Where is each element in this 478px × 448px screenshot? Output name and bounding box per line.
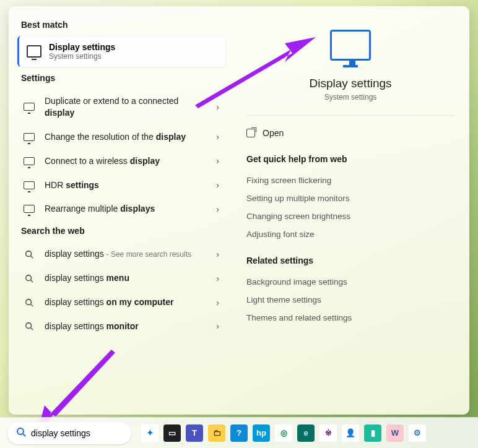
monitor-icon bbox=[27, 45, 41, 58]
chrome-icon[interactable]: ◎ bbox=[275, 424, 292, 442]
item-label: display settings on my computer bbox=[45, 296, 209, 308]
item-label: Connect to a wireless display bbox=[45, 155, 209, 167]
open-action[interactable]: Open bbox=[246, 124, 454, 142]
item-label: display settings menu bbox=[45, 272, 209, 284]
search-panel: Best match Display settings System setti… bbox=[9, 6, 469, 415]
item-label: Duplicate or extend to a connected displ… bbox=[45, 95, 209, 119]
preview-column: Display settings System settings Open Ge… bbox=[232, 6, 469, 415]
divider bbox=[246, 115, 454, 116]
web-list-item[interactable]: display settings menu› bbox=[17, 266, 225, 290]
svg-line-9 bbox=[23, 434, 25, 436]
edge-icon[interactable]: e bbox=[297, 424, 315, 442]
settings-icon[interactable]: ⚙ bbox=[409, 424, 426, 442]
search-input[interactable] bbox=[31, 428, 118, 438]
svg-line-5 bbox=[31, 304, 33, 306]
svg-line-1 bbox=[31, 256, 33, 258]
explorer-icon[interactable]: 🗀 bbox=[208, 424, 225, 442]
chevron-right-icon: › bbox=[216, 156, 219, 166]
best-match-title: Display settings bbox=[49, 42, 115, 52]
monitor-icon bbox=[21, 133, 37, 141]
related-link[interactable]: Background image settings bbox=[246, 273, 454, 291]
word-icon[interactable]: W bbox=[386, 424, 404, 442]
open-label: Open bbox=[263, 128, 284, 138]
monitor-icon bbox=[21, 157, 37, 165]
copilot-icon[interactable]: ✦ bbox=[141, 424, 159, 442]
help-icon[interactable]: ? bbox=[230, 424, 248, 442]
settings-list-item[interactable]: Change the resolution of the display› bbox=[17, 125, 225, 149]
chevron-right-icon: › bbox=[216, 321, 219, 331]
chevron-right-icon: › bbox=[216, 180, 219, 190]
related-header: Related settings bbox=[246, 256, 454, 265]
settings-list: Duplicate or extend to a connected displ… bbox=[17, 89, 225, 221]
svg-point-0 bbox=[26, 251, 32, 257]
taskbar-search[interactable] bbox=[7, 422, 131, 444]
search-icon bbox=[21, 250, 37, 259]
teams-icon[interactable]: T bbox=[186, 424, 203, 442]
settings-header: Settings bbox=[21, 73, 222, 83]
quick-help-link[interactable]: Fixing screen flickering bbox=[246, 171, 454, 189]
chevron-right-icon: › bbox=[216, 204, 219, 214]
search-icon bbox=[21, 322, 37, 330]
task-view-icon[interactable]: ▭ bbox=[163, 424, 181, 442]
taskbar: ✦▭T🗀?hp◎e※👤▮W⚙ bbox=[0, 417, 478, 448]
settings-list-item[interactable]: Connect to a wireless display› bbox=[17, 149, 225, 173]
search-icon bbox=[16, 427, 26, 439]
best-match-result[interactable]: Display settings System settings bbox=[17, 36, 225, 67]
app-icon-1[interactable]: 👤 bbox=[342, 424, 359, 442]
quick-help-link[interactable]: Changing screen brightness bbox=[246, 207, 454, 225]
monitor-icon bbox=[21, 181, 37, 189]
search-icon bbox=[21, 274, 37, 283]
chevron-right-icon: › bbox=[216, 249, 219, 259]
app-icon-2[interactable]: ▮ bbox=[364, 424, 381, 442]
svg-line-3 bbox=[31, 280, 33, 282]
quick-help-list: Fixing screen flickeringSetting up multi… bbox=[246, 171, 454, 243]
taskbar-icons: ✦▭T🗀?hp◎e※👤▮W⚙ bbox=[141, 424, 426, 442]
settings-list-item[interactable]: HDR settings› bbox=[17, 173, 225, 197]
svg-point-2 bbox=[26, 275, 32, 280]
item-label: Rearrange multiple displays bbox=[45, 203, 209, 215]
preview-hero: Display settings System settings bbox=[246, 19, 454, 101]
chevron-right-icon: › bbox=[216, 274, 219, 283]
web-list-item[interactable]: display settings - See more search resul… bbox=[17, 242, 225, 266]
item-label: Change the resolution of the display bbox=[45, 131, 209, 143]
item-label: display settings - See more search resul… bbox=[45, 248, 209, 260]
hp-icon[interactable]: hp bbox=[253, 424, 270, 442]
monitor-icon bbox=[21, 205, 37, 213]
web-list: display settings - See more search resul… bbox=[17, 242, 225, 338]
related-link[interactable]: Themes and related settings bbox=[246, 309, 454, 327]
item-label: display settings monitor bbox=[45, 321, 209, 332]
best-match-subtitle: System settings bbox=[49, 52, 115, 61]
search-web-header: Search the web bbox=[21, 226, 222, 236]
item-label: HDR settings bbox=[45, 179, 209, 191]
svg-point-8 bbox=[17, 428, 24, 434]
monitor-icon bbox=[21, 103, 37, 111]
slack-icon[interactable]: ※ bbox=[319, 424, 337, 442]
web-list-item[interactable]: display settings on my computer› bbox=[17, 290, 225, 314]
chevron-right-icon: › bbox=[216, 132, 219, 142]
svg-line-7 bbox=[31, 328, 33, 330]
settings-list-item[interactable]: Duplicate or extend to a connected displ… bbox=[17, 89, 225, 125]
monitor-icon-large bbox=[330, 30, 371, 61]
related-link[interactable]: Light theme settings bbox=[246, 291, 454, 309]
quick-help-link[interactable]: Adjusting font size bbox=[246, 225, 454, 243]
results-column: Best match Display settings System setti… bbox=[9, 6, 232, 415]
svg-point-4 bbox=[26, 299, 32, 304]
preview-subtitle: System settings bbox=[324, 93, 377, 101]
quick-help-link[interactable]: Setting up multiple monitors bbox=[246, 189, 454, 207]
web-list-item[interactable]: display settings monitor› bbox=[17, 314, 225, 338]
open-icon bbox=[246, 129, 255, 137]
quick-help-header: Get quick help from web bbox=[246, 154, 454, 164]
related-list: Background image settingsLight theme set… bbox=[246, 273, 454, 327]
best-match-header: Best match bbox=[21, 20, 222, 30]
chevron-right-icon: › bbox=[216, 102, 219, 112]
svg-point-6 bbox=[26, 323, 32, 329]
chevron-right-icon: › bbox=[216, 298, 219, 308]
settings-list-item[interactable]: Rearrange multiple displays› bbox=[17, 197, 225, 221]
search-icon bbox=[21, 298, 37, 307]
preview-title: Display settings bbox=[309, 77, 391, 90]
